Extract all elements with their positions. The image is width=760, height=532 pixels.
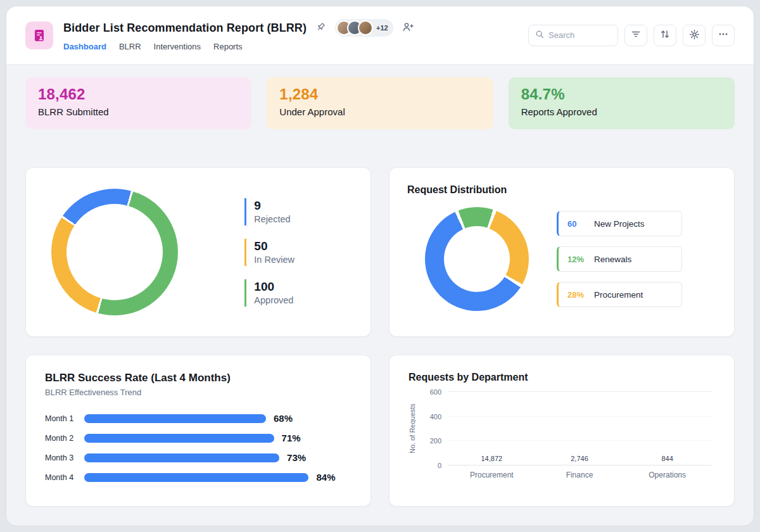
request-donut-chart — [425, 207, 529, 311]
add-user-button[interactable] — [402, 22, 414, 34]
tab-reports[interactable]: Reports — [213, 42, 243, 51]
card-title: BLRR Success Rate (Last 4 Months) — [45, 372, 352, 384]
filter-icon — [631, 29, 641, 41]
tab-blrr[interactable]: BLRR — [119, 42, 141, 51]
bar-fill — [84, 434, 274, 443]
y-tick-label: 200 — [420, 437, 441, 445]
tab-interventions[interactable]: Interventions — [154, 42, 201, 51]
legend-value: 50 — [254, 239, 294, 253]
legend-label: Renewals — [594, 255, 631, 264]
success-rate-card: BLRR Success Rate (Last 4 Months) BLRR E… — [25, 355, 371, 507]
bar-label: Month 2 — [45, 434, 84, 443]
bar-value: 73% — [287, 452, 306, 463]
status-donut-chart — [51, 189, 178, 315]
y-axis-label: No. of Requests — [408, 392, 416, 466]
dept-chart: No. of Requests 600 400 200 0 — [408, 392, 715, 479]
legend-box-renewals: 12% Renewals — [557, 246, 682, 272]
stat-card-blrr-submitted: 18,462 BLRR Submitted — [25, 77, 251, 129]
legend-item-rejected: 9 Rejected — [244, 198, 294, 225]
page-title: Bidder List Recommendation Report (BLRR) — [63, 22, 307, 35]
card-subtitle: BLRR Effectiveness Trend — [45, 388, 352, 397]
stats-row: 18,462 BLRR Submitted 1,284 Under Approv… — [25, 77, 735, 129]
bar-row: Month 1 68% — [45, 408, 352, 428]
header: Bidder List Recommendation Report (BLRR) — [6, 6, 754, 65]
app-logo-icon — [25, 22, 53, 49]
search-box — [528, 25, 618, 46]
legend-label: Approved — [254, 295, 294, 305]
bar-label: Month 1 — [45, 414, 84, 423]
stat-label: BLRR Submitted — [38, 106, 239, 117]
bar-data-label: 14,872 — [481, 455, 503, 462]
request-distribution-card: Request Distribution 60 New Projects 12%… — [389, 167, 735, 337]
stat-label: Under Approval — [279, 106, 480, 117]
stat-card-reports-approved: 84.7% Reports Approved — [509, 77, 735, 129]
status-chart-card: 9 Rejected 50 In Review 100 Approved — [25, 167, 371, 337]
legend-label: Rejected — [254, 214, 294, 224]
legend-item-approved: 100 Approved — [244, 279, 294, 307]
legend-value: 12% — [567, 255, 585, 264]
stat-value: 18,462 — [38, 86, 239, 103]
pin-icon — [315, 22, 326, 34]
app-frame: Bidder List Recommendation Report (BLRR) — [6, 6, 754, 526]
bar-data-label: 2,746 — [571, 455, 588, 462]
ellipsis-icon — [718, 29, 728, 41]
dept-chart-card: Requests by Department No. of Requests 6… — [389, 355, 735, 507]
avatar-overflow-count: +12 — [376, 24, 388, 32]
stat-label: Reports Approved — [521, 106, 722, 117]
legend-value: 28% — [567, 290, 585, 300]
bar-row: Month 2 71% — [45, 428, 352, 448]
filter-button[interactable] — [624, 25, 647, 46]
legend-label: Procurement — [594, 290, 643, 300]
donut-hole — [66, 204, 163, 300]
y-tick-label: 0 — [420, 462, 441, 469]
card-title: Request Distribution — [407, 184, 716, 196]
legend-value: 60 — [567, 219, 585, 229]
gear-icon — [689, 29, 700, 42]
request-legend: 60 New Projects 12% Renewals 28% Procure… — [557, 211, 682, 307]
bar-label: Month 3 — [45, 453, 84, 462]
pin-button[interactable] — [315, 22, 326, 34]
bar-column: 14,872 — [461, 455, 522, 466]
search-input[interactable] — [548, 30, 611, 40]
legend-label: In Review — [254, 255, 294, 265]
search-icon — [535, 30, 544, 41]
legend-value: 9 — [254, 199, 294, 213]
stat-value: 84.7% — [521, 86, 722, 103]
donut-hole — [444, 226, 510, 292]
y-tick-label: 600 — [420, 388, 441, 396]
bar-value: 84% — [316, 472, 335, 483]
card-title: Requests by Department — [408, 372, 715, 383]
y-tick-label: 400 — [420, 413, 441, 421]
bar-value: 68% — [274, 413, 293, 424]
legend-box-procurement: 28% Procurement — [557, 282, 682, 307]
x-tick-label: Procurement — [461, 471, 522, 479]
bar-row: Month 3 73% — [45, 448, 352, 467]
legend-box-new-projects: 60 New Projects — [557, 211, 682, 236]
bar-fill — [84, 414, 266, 423]
settings-button[interactable] — [683, 25, 706, 46]
tab-dashboard[interactable]: Dashboard — [63, 42, 106, 51]
bar-row: Month 4 84% — [45, 467, 352, 487]
nav-tabs: Dashboard BLRR Interventions Reports — [63, 42, 414, 51]
bar-column: 2,746 — [549, 455, 610, 466]
bar-label: Month 4 — [45, 473, 84, 482]
sort-button[interactable] — [654, 25, 676, 46]
sort-icon — [660, 29, 670, 41]
legend-value: 100 — [254, 280, 294, 294]
more-button[interactable] — [712, 25, 735, 46]
bar-data-label: 844 — [661, 455, 673, 462]
status-legend: 9 Rejected 50 In Review 100 Approved — [244, 198, 294, 307]
stat-value: 1,284 — [279, 86, 480, 103]
bar-value: 71% — [282, 433, 301, 443]
x-axis-labels: Procurement Finance Operations — [448, 471, 711, 479]
person-plus-icon — [402, 22, 414, 34]
bar-fill — [84, 473, 308, 482]
x-tick-label: Operations — [637, 471, 698, 479]
avatar-group[interactable]: +12 — [335, 19, 393, 37]
success-bars: Month 1 68% Month 2 71% Month 3 73% — [45, 408, 352, 487]
bar-fill — [84, 453, 279, 462]
x-tick-label: Finance — [549, 471, 610, 479]
legend-label: New Projects — [594, 219, 645, 229]
stat-card-under-approval: 1,284 Under Approval — [267, 77, 493, 129]
avatar — [358, 20, 373, 35]
